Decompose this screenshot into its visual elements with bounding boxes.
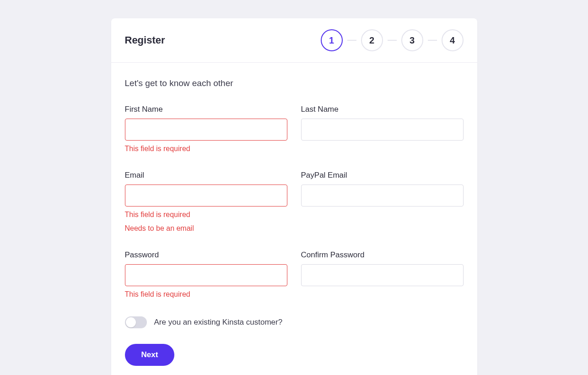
step-4[interactable]: 4: [442, 29, 464, 51]
email-group: Email This field is required Needs to be…: [125, 171, 287, 234]
toggle-knob: [126, 317, 136, 327]
password-error: This field is required: [125, 289, 287, 300]
existing-customer-row: Are you an existing Kinsta customer?: [125, 316, 464, 328]
next-button[interactable]: Next: [125, 344, 175, 366]
email-input[interactable]: [125, 185, 287, 207]
confirm-password-label: Confirm Password: [301, 250, 464, 260]
page-title: Register: [125, 34, 165, 46]
email-error-2: Needs to be an email: [125, 223, 287, 234]
card-body: Let's get to know each other First Name …: [111, 63, 477, 375]
form-row-name: First Name This field is required Last N…: [125, 105, 464, 154]
form-lead: Let's get to know each other: [125, 78, 464, 88]
paypal-email-group: PayPal Email: [301, 171, 464, 234]
step-separator: [428, 40, 437, 41]
last-name-input[interactable]: [301, 119, 464, 141]
paypal-email-input[interactable]: [301, 185, 464, 207]
step-separator: [388, 40, 397, 41]
existing-customer-toggle[interactable]: [125, 316, 147, 328]
first-name-error: This field is required: [125, 143, 287, 154]
email-label: Email: [125, 171, 287, 180]
first-name-group: First Name This field is required: [125, 105, 287, 154]
step-2[interactable]: 2: [361, 29, 383, 51]
confirm-password-group: Confirm Password: [301, 250, 464, 300]
last-name-group: Last Name: [301, 105, 464, 154]
password-group: Password This field is required: [125, 250, 287, 300]
first-name-input[interactable]: [125, 119, 287, 141]
register-card: Register 1 2 3 4 Let's get to know each …: [111, 18, 477, 375]
form-row-email: Email This field is required Needs to be…: [125, 171, 464, 234]
step-indicator: 1 2 3 4: [321, 29, 464, 51]
password-label: Password: [125, 250, 287, 260]
existing-customer-label: Are you an existing Kinsta customer?: [154, 318, 283, 327]
email-error-1: This field is required: [125, 209, 287, 220]
form-row-password: Password This field is required Confirm …: [125, 250, 464, 300]
card-header: Register 1 2 3 4: [111, 18, 477, 63]
confirm-password-input[interactable]: [301, 264, 464, 286]
first-name-label: First Name: [125, 105, 287, 114]
step-3[interactable]: 3: [401, 29, 423, 51]
last-name-label: Last Name: [301, 105, 464, 114]
paypal-email-label: PayPal Email: [301, 171, 464, 180]
password-input[interactable]: [125, 264, 287, 286]
step-separator: [347, 40, 356, 41]
step-1[interactable]: 1: [321, 29, 343, 51]
